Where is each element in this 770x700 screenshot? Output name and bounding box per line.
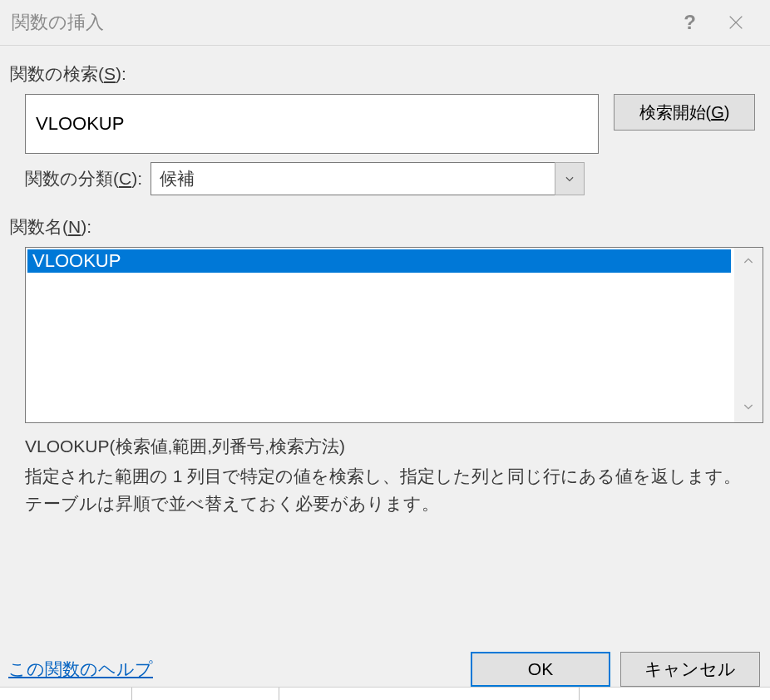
dialog-title: 関数の挿入: [12, 10, 667, 35]
chevron-down-icon: [564, 173, 575, 185]
chevron-down-icon: [742, 400, 755, 413]
function-list-item[interactable]: VLOOKUP: [27, 249, 731, 273]
function-help-link[interactable]: この関数のヘルプ: [8, 658, 153, 681]
category-select[interactable]: 候補: [151, 162, 585, 195]
dialog-footer: この関数のヘルプ OK キャンセル: [0, 652, 770, 687]
help-button[interactable]: ?: [667, 2, 713, 42]
close-icon: [727, 13, 745, 32]
search-input[interactable]: [25, 94, 599, 154]
category-label: 関数の分類(C):: [25, 167, 142, 190]
chevron-up-icon: [742, 254, 755, 268]
dialog-content: 関数の検索(S): 検索開始(G) 関数の分類(C): 候補 関数名(N): V…: [0, 46, 770, 527]
search-label: 関数の検索(S):: [10, 62, 760, 86]
function-name-label: 関数名(N):: [10, 215, 760, 239]
status-bar: [0, 687, 770, 700]
category-dropdown-button[interactable]: [555, 162, 585, 195]
scroll-up-button[interactable]: [742, 253, 755, 272]
titlebar: 関数の挿入 ?: [0, 0, 770, 46]
ok-button[interactable]: OK: [471, 652, 610, 687]
category-selected-value: 候補: [151, 162, 585, 195]
function-syntax: VLOOKUP(検索値,範囲,列番号,検索方法): [25, 435, 760, 458]
scroll-down-button[interactable]: [742, 398, 755, 417]
function-description: 指定された範囲の 1 列目で特定の値を検索し、指定した列と同じ行にある値を返しま…: [25, 463, 745, 517]
function-listbox[interactable]: VLOOKUP: [25, 247, 763, 423]
listbox-scrollbar[interactable]: [734, 248, 763, 422]
search-go-button[interactable]: 検索開始(G): [614, 94, 755, 131]
cancel-button[interactable]: キャンセル: [620, 652, 760, 687]
close-button[interactable]: [713, 2, 758, 42]
